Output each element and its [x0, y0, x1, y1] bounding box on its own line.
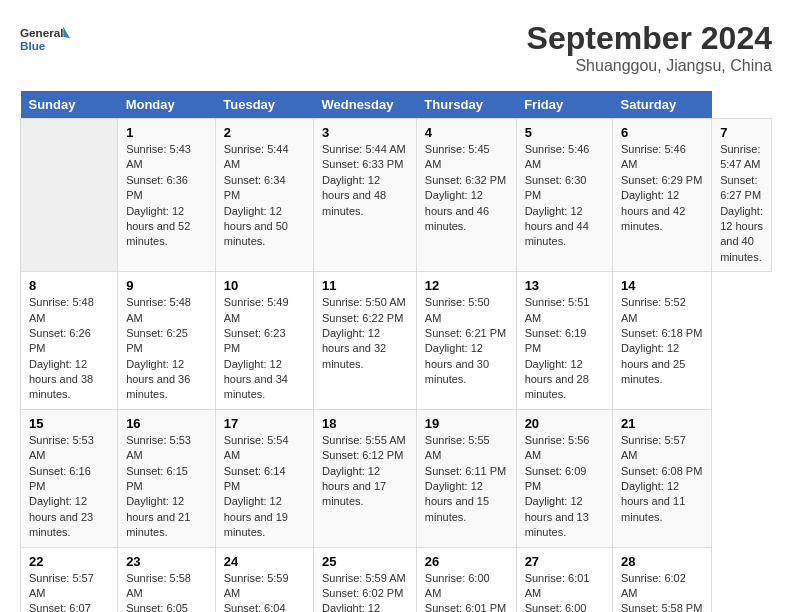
day-number-3: 3 — [322, 125, 408, 140]
header-saturday: Saturday — [613, 91, 712, 119]
day-number-18: 18 — [322, 416, 408, 431]
title-block: September 2024 Shuanggou, Jiangsu, China — [527, 20, 772, 75]
day-cell-15: 15Sunrise: 5:53 AMSunset: 6:16 PMDayligh… — [21, 409, 118, 547]
day-number-12: 12 — [425, 278, 508, 293]
day-detail-11: Sunrise: 5:50 AMSunset: 6:22 PMDaylight:… — [322, 295, 408, 372]
day-number-2: 2 — [224, 125, 305, 140]
day-detail-21: Sunrise: 5:57 AMSunset: 6:08 PMDaylight:… — [621, 433, 703, 525]
day-cell-23: 23Sunrise: 5:58 AMSunset: 6:05 PMDayligh… — [118, 547, 216, 612]
day-cell-17: 17Sunrise: 5:54 AMSunset: 6:14 PMDayligh… — [215, 409, 313, 547]
day-detail-22: Sunrise: 5:57 AMSunset: 6:07 PMDaylight:… — [29, 571, 109, 612]
day-detail-13: Sunrise: 5:51 AMSunset: 6:19 PMDaylight:… — [525, 295, 604, 403]
page-title: September 2024 — [527, 20, 772, 57]
header-thursday: Thursday — [416, 91, 516, 119]
header-friday: Friday — [516, 91, 612, 119]
header-wednesday: Wednesday — [313, 91, 416, 119]
day-detail-24: Sunrise: 5:59 AMSunset: 6:04 PMDaylight:… — [224, 571, 305, 612]
day-number-9: 9 — [126, 278, 207, 293]
day-number-1: 1 — [126, 125, 207, 140]
day-number-8: 8 — [29, 278, 109, 293]
day-number-21: 21 — [621, 416, 703, 431]
day-number-5: 5 — [525, 125, 604, 140]
day-cell-1: 1Sunrise: 5:43 AMSunset: 6:36 PMDaylight… — [118, 119, 216, 272]
page-subtitle: Shuanggou, Jiangsu, China — [527, 57, 772, 75]
week-row-2: 8Sunrise: 5:48 AMSunset: 6:26 PMDaylight… — [21, 272, 772, 410]
day-number-20: 20 — [525, 416, 604, 431]
day-cell-18: 18Sunrise: 5:55 AMSunset: 6:12 PMDayligh… — [313, 409, 416, 547]
calendar-table: SundayMondayTuesdayWednesdayThursdayFrid… — [20, 91, 772, 612]
day-number-27: 27 — [525, 554, 604, 569]
day-cell-16: 16Sunrise: 5:53 AMSunset: 6:15 PMDayligh… — [118, 409, 216, 547]
day-detail-1: Sunrise: 5:43 AMSunset: 6:36 PMDaylight:… — [126, 142, 207, 250]
day-detail-17: Sunrise: 5:54 AMSunset: 6:14 PMDaylight:… — [224, 433, 305, 541]
day-number-25: 25 — [322, 554, 408, 569]
day-number-19: 19 — [425, 416, 508, 431]
day-cell-28: 28Sunrise: 6:02 AMSunset: 5:58 PMDayligh… — [613, 547, 712, 612]
day-number-26: 26 — [425, 554, 508, 569]
day-cell-26: 26Sunrise: 6:00 AMSunset: 6:01 PMDayligh… — [416, 547, 516, 612]
header-tuesday: Tuesday — [215, 91, 313, 119]
week-row-3: 15Sunrise: 5:53 AMSunset: 6:16 PMDayligh… — [21, 409, 772, 547]
day-cell-7: 7Sunrise: 5:47 AMSunset: 6:27 PMDaylight… — [712, 119, 772, 272]
day-detail-19: Sunrise: 5:55 AMSunset: 6:11 PMDaylight:… — [425, 433, 508, 525]
svg-marker-2 — [63, 27, 70, 39]
day-detail-8: Sunrise: 5:48 AMSunset: 6:26 PMDaylight:… — [29, 295, 109, 403]
day-detail-5: Sunrise: 5:46 AMSunset: 6:30 PMDaylight:… — [525, 142, 604, 250]
day-detail-12: Sunrise: 5:50 AMSunset: 6:21 PMDaylight:… — [425, 295, 508, 387]
day-cell-9: 9Sunrise: 5:48 AMSunset: 6:25 PMDaylight… — [118, 272, 216, 410]
day-detail-3: Sunrise: 5:44 AMSunset: 6:33 PMDaylight:… — [322, 142, 408, 219]
day-detail-7: Sunrise: 5:47 AMSunset: 6:27 PMDaylight:… — [720, 142, 763, 265]
day-number-17: 17 — [224, 416, 305, 431]
day-detail-26: Sunrise: 6:00 AMSunset: 6:01 PMDaylight:… — [425, 571, 508, 612]
day-cell-6: 6Sunrise: 5:46 AMSunset: 6:29 PMDaylight… — [613, 119, 712, 272]
day-cell-19: 19Sunrise: 5:55 AMSunset: 6:11 PMDayligh… — [416, 409, 516, 547]
day-cell-20: 20Sunrise: 5:56 AMSunset: 6:09 PMDayligh… — [516, 409, 612, 547]
day-number-23: 23 — [126, 554, 207, 569]
logo: General Blue — [20, 20, 70, 60]
day-number-11: 11 — [322, 278, 408, 293]
header-monday: Monday — [118, 91, 216, 119]
day-detail-10: Sunrise: 5:49 AMSunset: 6:23 PMDaylight:… — [224, 295, 305, 403]
header-sunday: Sunday — [21, 91, 118, 119]
empty-cell — [21, 119, 118, 272]
day-detail-23: Sunrise: 5:58 AMSunset: 6:05 PMDaylight:… — [126, 571, 207, 612]
day-cell-8: 8Sunrise: 5:48 AMSunset: 6:26 PMDaylight… — [21, 272, 118, 410]
day-cell-10: 10Sunrise: 5:49 AMSunset: 6:23 PMDayligh… — [215, 272, 313, 410]
week-row-1: 1Sunrise: 5:43 AMSunset: 6:36 PMDaylight… — [21, 119, 772, 272]
day-detail-27: Sunrise: 6:01 AMSunset: 6:00 PMDaylight:… — [525, 571, 604, 612]
day-cell-22: 22Sunrise: 5:57 AMSunset: 6:07 PMDayligh… — [21, 547, 118, 612]
calendar-header-row: SundayMondayTuesdayWednesdayThursdayFrid… — [21, 91, 772, 119]
svg-text:Blue: Blue — [20, 39, 46, 52]
logo-svg: General Blue — [20, 20, 70, 60]
week-row-4: 22Sunrise: 5:57 AMSunset: 6:07 PMDayligh… — [21, 547, 772, 612]
day-cell-11: 11Sunrise: 5:50 AMSunset: 6:22 PMDayligh… — [313, 272, 416, 410]
day-cell-14: 14Sunrise: 5:52 AMSunset: 6:18 PMDayligh… — [613, 272, 712, 410]
day-number-14: 14 — [621, 278, 703, 293]
day-detail-4: Sunrise: 5:45 AMSunset: 6:32 PMDaylight:… — [425, 142, 508, 234]
day-number-28: 28 — [621, 554, 703, 569]
day-detail-14: Sunrise: 5:52 AMSunset: 6:18 PMDaylight:… — [621, 295, 703, 387]
day-number-16: 16 — [126, 416, 207, 431]
day-cell-12: 12Sunrise: 5:50 AMSunset: 6:21 PMDayligh… — [416, 272, 516, 410]
day-cell-25: 25Sunrise: 5:59 AMSunset: 6:02 PMDayligh… — [313, 547, 416, 612]
svg-text:General: General — [20, 26, 63, 39]
day-detail-20: Sunrise: 5:56 AMSunset: 6:09 PMDaylight:… — [525, 433, 604, 541]
day-number-22: 22 — [29, 554, 109, 569]
day-detail-16: Sunrise: 5:53 AMSunset: 6:15 PMDaylight:… — [126, 433, 207, 541]
day-cell-5: 5Sunrise: 5:46 AMSunset: 6:30 PMDaylight… — [516, 119, 612, 272]
day-number-6: 6 — [621, 125, 703, 140]
day-cell-3: 3Sunrise: 5:44 AMSunset: 6:33 PMDaylight… — [313, 119, 416, 272]
day-cell-27: 27Sunrise: 6:01 AMSunset: 6:00 PMDayligh… — [516, 547, 612, 612]
day-detail-15: Sunrise: 5:53 AMSunset: 6:16 PMDaylight:… — [29, 433, 109, 541]
day-number-7: 7 — [720, 125, 763, 140]
day-cell-4: 4Sunrise: 5:45 AMSunset: 6:32 PMDaylight… — [416, 119, 516, 272]
day-cell-2: 2Sunrise: 5:44 AMSunset: 6:34 PMDaylight… — [215, 119, 313, 272]
day-number-10: 10 — [224, 278, 305, 293]
day-number-13: 13 — [525, 278, 604, 293]
day-number-15: 15 — [29, 416, 109, 431]
day-number-24: 24 — [224, 554, 305, 569]
day-detail-18: Sunrise: 5:55 AMSunset: 6:12 PMDaylight:… — [322, 433, 408, 510]
day-detail-25: Sunrise: 5:59 AMSunset: 6:02 PMDaylight:… — [322, 571, 408, 612]
day-detail-2: Sunrise: 5:44 AMSunset: 6:34 PMDaylight:… — [224, 142, 305, 250]
day-detail-9: Sunrise: 5:48 AMSunset: 6:25 PMDaylight:… — [126, 295, 207, 403]
